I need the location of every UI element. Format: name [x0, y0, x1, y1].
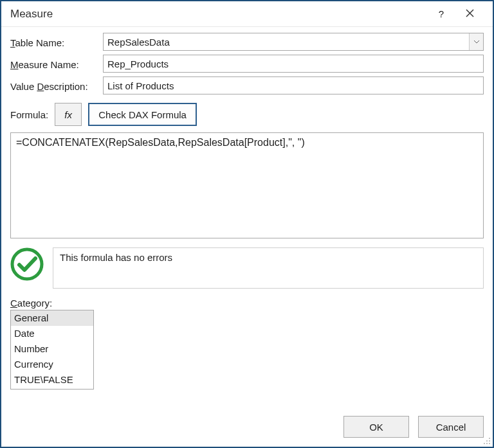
formula-textarea[interactable] — [10, 132, 484, 238]
category-item[interactable]: Date — [11, 326, 93, 341]
status-message-box: This formula has no errors — [53, 247, 484, 289]
table-name-row: Table Name: RepSalesData — [10, 32, 484, 51]
description-label: Value Description: — [10, 80, 103, 92]
close-icon — [466, 8, 474, 19]
dialog-content: Table Name: RepSalesData Measure Name: V… — [1, 27, 493, 407]
description-row: Value Description: — [10, 76, 484, 95]
dialog-buttons: OK Cancel — [1, 407, 493, 447]
cancel-button[interactable]: Cancel — [418, 416, 484, 438]
table-name-value: RepSalesData — [107, 37, 469, 48]
category-listbox[interactable]: GeneralDateNumberCurrencyTRUE\FALSE — [10, 310, 94, 390]
table-name-label: Table Name: — [10, 36, 103, 48]
check-dax-label: Check DAX Formula — [98, 109, 187, 120]
status-row: This formula has no errors — [10, 247, 484, 289]
ok-button[interactable]: OK — [343, 416, 409, 438]
description-input[interactable] — [103, 76, 484, 94]
status-message: This formula has no errors — [60, 252, 172, 263]
measure-name-label: Measure Name: — [10, 58, 103, 70]
category-item[interactable]: TRUE\FALSE — [11, 372, 93, 388]
svg-point-2 — [12, 249, 42, 279]
category-section: Category: GeneralDateNumberCurrencyTRUE\… — [10, 298, 484, 390]
category-item[interactable]: General — [11, 310, 93, 326]
check-circle-icon — [10, 247, 44, 281]
category-item[interactable]: Number — [11, 341, 93, 357]
fx-button[interactable]: fx — [55, 103, 82, 126]
fx-icon: fx — [64, 109, 72, 120]
formula-label: Formula: — [10, 109, 48, 120]
check-dax-button[interactable]: Check DAX Formula — [88, 103, 197, 126]
category-label: Category: — [10, 298, 52, 309]
category-item[interactable]: Currency — [11, 357, 93, 372]
help-button[interactable]: ? — [427, 2, 455, 26]
ok-label: OK — [369, 422, 383, 433]
measure-name-input[interactable] — [103, 55, 484, 73]
chevron-down-icon — [469, 33, 483, 50]
close-button[interactable] — [455, 2, 484, 26]
help-icon: ? — [439, 8, 444, 19]
dialog-title: Measure — [10, 8, 427, 21]
formula-toolbar: Formula: fx Check DAX Formula — [10, 103, 484, 126]
titlebar: Measure ? — [1, 1, 493, 27]
measure-name-row: Measure Name: — [10, 54, 484, 73]
measure-dialog: Measure ? Table Name: RepSalesData Measu… — [0, 0, 494, 448]
cancel-label: Cancel — [436, 422, 466, 433]
table-name-combo[interactable]: RepSalesData — [103, 33, 484, 51]
